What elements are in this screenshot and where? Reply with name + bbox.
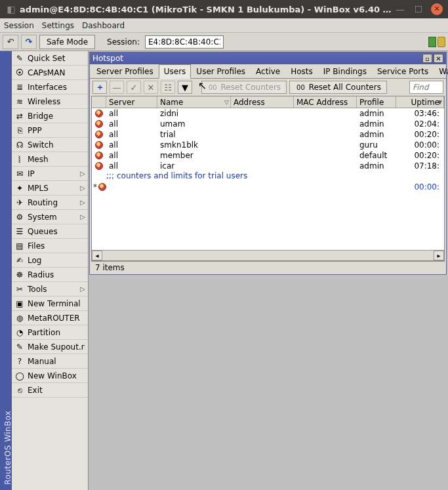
menu-session[interactable]: Session: [4, 21, 34, 30]
user-icon: [92, 140, 106, 150]
add-button[interactable]: ＋: [92, 81, 107, 94]
table-row[interactable]: alltrialadmin00:20:: [92, 129, 444, 140]
sidebar-item-label: Quick Set: [28, 54, 85, 63]
sidebar-item-tools[interactable]: ✂Tools▷: [12, 282, 88, 296]
tab-server-profiles[interactable]: Server Profiles: [91, 64, 159, 79]
hotspot-close-button[interactable]: ✕: [434, 54, 443, 63]
sidebar-item-mpls[interactable]: ✦MPLS▷: [12, 181, 88, 195]
cell-uptime: 00:00:: [396, 140, 444, 150]
comment-button[interactable]: ☷: [161, 81, 175, 94]
cell-profile: admin: [357, 161, 396, 171]
sidebar-item-interfaces[interactable]: ≣Interfaces: [12, 80, 88, 94]
reset-all-counters-button[interactable]: 00 Reset All Counters: [289, 81, 387, 94]
sidebar-item-exit[interactable]: ⎋Exit: [12, 383, 88, 398]
sidebar-item-system[interactable]: ⚙System▷: [12, 210, 88, 224]
grid-hscroll[interactable]: ◂ ▸: [92, 250, 444, 260]
column-server[interactable]: Server: [106, 96, 157, 108]
sidebar-icon: ✍: [14, 255, 25, 266]
sidebar-icon: ✉: [14, 169, 25, 179]
comment-row[interactable]: ;;; counters and limits for trial users: [92, 171, 444, 182]
sidebar-item-label: Routing: [28, 198, 77, 207]
column-mac[interactable]: MAC Address: [294, 96, 357, 108]
scroll-left-button[interactable]: ◂: [92, 251, 102, 260]
sidebar-item-log[interactable]: ✍Log: [12, 253, 88, 268]
session-input[interactable]: [145, 35, 224, 49]
sidebar-item-wireless[interactable]: ≋Wireless: [12, 94, 88, 109]
minimize-button[interactable]: —: [394, 3, 406, 15]
comment-text: ;;; counters and limits for trial users: [92, 171, 247, 182]
enable-button[interactable]: ✓: [127, 81, 141, 94]
tab-hosts[interactable]: Hosts: [285, 64, 318, 79]
sidebar-item-new-terminal[interactable]: ▣New Terminal: [12, 296, 88, 311]
sidebar-item-capsman[interactable]: ⦿CAPsMAN: [12, 66, 88, 80]
sidebar-item-label: New WinBox: [28, 371, 85, 380]
hotspot-toolbar: ＋ — ✓ ✕ ☷ ▼ 00 Reset Counters 00: [90, 79, 446, 96]
sidebar-item-routing[interactable]: ✈Routing▷: [12, 195, 88, 210]
table-row[interactable]: allsmkn1blkguru00:00:: [92, 140, 444, 150]
table-row[interactable]: allmemberdefault00:20:: [92, 150, 444, 161]
menu-settings[interactable]: Settings: [42, 21, 74, 30]
sidebar-item-label: IP: [28, 169, 77, 178]
column-icon[interactable]: [92, 96, 106, 108]
sidebar-item-partition[interactable]: ◔Partition: [12, 325, 88, 340]
sidebar-item-switch[interactable]: ☊Switch: [12, 138, 88, 152]
safe-mode-button[interactable]: Safe Mode: [39, 35, 95, 49]
column-uptime[interactable]: Uptime▼: [396, 96, 444, 108]
disable-button[interactable]: ✕: [144, 81, 158, 94]
sidebar-item-radius[interactable]: ☸Radius: [12, 268, 88, 282]
sidebar-item-make-supout-rif[interactable]: ✎Make Supout.rif: [12, 340, 88, 354]
hotspot-minimize-button[interactable]: ▫: [422, 54, 432, 63]
cell-profile: [357, 182, 396, 192]
cell-mac: [294, 182, 357, 192]
cell-mac: [294, 161, 357, 171]
scroll-right-button[interactable]: ▸: [434, 251, 444, 260]
find-input[interactable]: [409, 81, 443, 94]
sidebar-item-files[interactable]: ▤Files: [12, 239, 88, 253]
hotspot-titlebar[interactable]: Hotspot ▫ ✕: [90, 52, 446, 64]
sidebar-item-label: System: [28, 213, 77, 222]
sidebar-item-label: Make Supout.rif: [28, 342, 85, 352]
tab-active[interactable]: Active: [251, 64, 285, 79]
column-profile[interactable]: Profile: [357, 96, 396, 108]
tab-walled-garden-[interactable]: Walled Garden ...: [434, 64, 448, 79]
table-row[interactable]: allicaradmin07:18:: [92, 161, 444, 171]
sidebar-icon: ✎: [14, 53, 25, 64]
users-grid: Server Name▽ Address MAC Address Profile…: [91, 96, 445, 261]
user-icon: [92, 119, 106, 129]
menu-dashboard[interactable]: Dashboard: [82, 21, 125, 30]
sidebar-item-mesh[interactable]: ⦚Mesh: [12, 152, 88, 167]
undo-button[interactable]: [3, 35, 18, 49]
sidebar-item-ppp[interactable]: ⎘PPP: [12, 123, 88, 138]
reset-counters-button[interactable]: 00 Reset Counters: [201, 81, 287, 94]
remove-button[interactable]: —: [110, 81, 124, 94]
maximize-button[interactable]: ☐: [413, 3, 424, 15]
sidebar-item-bridge[interactable]: ⇄Bridge: [12, 109, 88, 123]
close-button[interactable]: ✕: [431, 3, 443, 15]
table-row[interactable]: allzidniadmin03:46:: [92, 108, 444, 119]
sidebar-item-metarouter[interactable]: ◍MetaROUTER: [12, 311, 88, 325]
column-name[interactable]: Name▽: [157, 96, 231, 108]
tab-service-ports[interactable]: Service Ports: [372, 64, 434, 79]
sidebar-icon: ≋: [14, 96, 25, 107]
outer-window: ◧ admin@E4:8D:8C:4B:40:C1 (MikroTik - SM…: [0, 0, 448, 490]
sidebar-item-queues[interactable]: ☰Queues: [12, 224, 88, 239]
sidebar-item-new-winbox[interactable]: ◯New WinBox: [12, 369, 88, 383]
table-row[interactable]: allumamadmin02:04:: [92, 119, 444, 129]
cell-profile: admin: [357, 129, 396, 140]
cell-server: all: [106, 161, 157, 171]
filter-button[interactable]: ▼: [178, 81, 192, 94]
sidebar-item-manual[interactable]: ?Manual: [12, 354, 88, 369]
column-address[interactable]: Address: [231, 96, 294, 108]
tab-users[interactable]: Users: [159, 64, 192, 79]
cell-name: icar: [157, 161, 231, 171]
cell-mac: [294, 129, 357, 140]
table-row[interactable]: *00:00:: [92, 182, 444, 192]
sidebar-item-quick-set[interactable]: ✎Quick Set: [12, 51, 88, 66]
tab-ip-bindings[interactable]: IP Bindings: [318, 64, 372, 79]
sidebar-item-ip[interactable]: ✉IP▷: [12, 167, 88, 181]
client-area: Safe Mode Session: RouterOS WinBox ✎Quic…: [0, 33, 448, 490]
cell-server: all: [106, 140, 157, 150]
redo-button[interactable]: [21, 35, 37, 49]
tab-user-profiles[interactable]: User Profiles: [191, 64, 251, 79]
expand-icon: ▷: [80, 285, 85, 293]
